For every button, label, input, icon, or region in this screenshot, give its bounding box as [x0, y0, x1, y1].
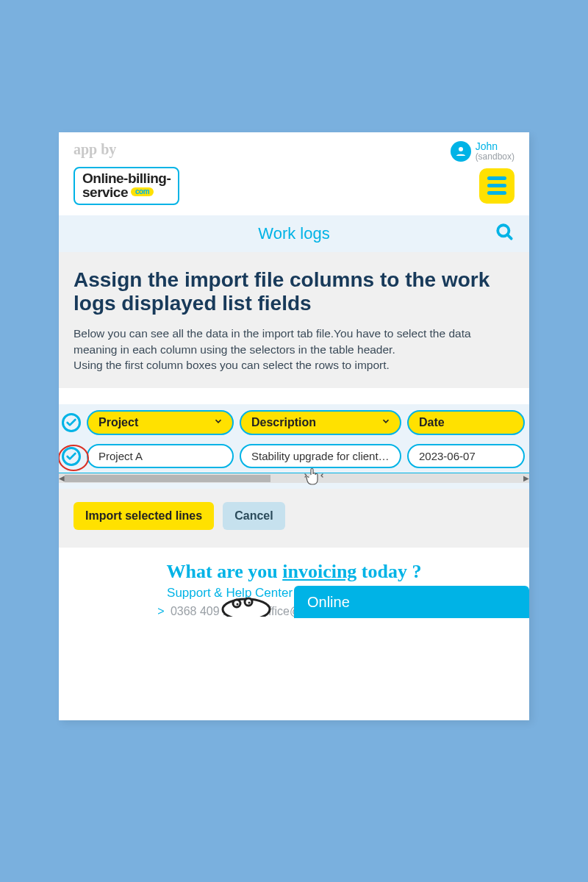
cursor-hand-icon — [304, 465, 323, 489]
column-select-description[interactable]: Description — [240, 410, 401, 435]
logo-text-2: service — [82, 185, 128, 199]
chat-status: Online — [307, 594, 350, 611]
user-context: (sandbox) — [476, 152, 514, 162]
table-header-row: Project Description Date — [59, 410, 529, 435]
select-all-checkbox[interactable] — [62, 413, 81, 432]
column-select-date[interactable]: Date — [407, 410, 525, 435]
table-row: Project A Stability upgrade for client I… — [59, 444, 529, 468]
logo-row: Online-billing- service com — [59, 162, 529, 215]
section-title: Work logs — [258, 224, 329, 243]
svg-point-7 — [248, 602, 251, 604]
chevron-down-icon — [381, 416, 391, 429]
logo-text-1: Online-billing- — [82, 171, 171, 185]
horizontal-scrollbar[interactable]: ◀ ▶ — [59, 473, 529, 483]
svg-point-0 — [459, 147, 463, 151]
column-select-project[interactable]: Project — [87, 410, 234, 435]
cell-project: Project A — [87, 444, 234, 468]
hamburger-menu-button[interactable] — [479, 168, 514, 204]
svg-line-2 — [507, 234, 511, 238]
footer: What are you invoicing today ? Support &… — [59, 548, 529, 618]
scroll-left-arrow-icon: ◀ — [59, 474, 65, 482]
hamburger-icon — [487, 176, 506, 180]
content-area: Assign the import file columns to the wo… — [59, 252, 529, 388]
user-menu[interactable]: John (sandbox) — [451, 141, 514, 162]
page-description: Below you can see all the data in the im… — [74, 326, 514, 373]
page-heading: Assign the import file columns to the wo… — [74, 268, 514, 315]
cell-description: Stability upgrade for client IT : — [240, 444, 401, 468]
app-window: app by John (sandbox) Online-billing- se… — [59, 132, 529, 720]
topbar: app by John (sandbox) — [59, 132, 529, 162]
logo[interactable]: Online-billing- service com — [74, 167, 179, 205]
scrollbar-thumb[interactable] — [65, 475, 270, 482]
app-by-label: app by — [74, 141, 116, 158]
chat-widget[interactable]: Online — [294, 586, 529, 618]
import-button[interactable]: Import selected lines — [74, 502, 214, 530]
action-bar: Import selected lines Cancel — [59, 489, 529, 548]
chevron-down-icon — [213, 416, 223, 429]
import-table: Project Description Date Project A S — [59, 404, 529, 489]
scroll-right-arrow-icon: ▶ — [523, 474, 529, 482]
avatar — [451, 141, 471, 162]
footer-tagline: What are you invoicing today ? — [74, 561, 514, 583]
row-checkbox[interactable] — [62, 447, 81, 466]
user-name: John — [476, 141, 514, 152]
cancel-button[interactable]: Cancel — [223, 502, 284, 530]
cell-date: 2023-06-07 — [407, 444, 525, 468]
logo-com-badge: com — [131, 187, 154, 196]
search-icon[interactable] — [495, 223, 514, 245]
mascot-icon — [213, 587, 279, 617]
section-header: Work logs — [59, 215, 529, 252]
svg-point-6 — [237, 603, 239, 606]
